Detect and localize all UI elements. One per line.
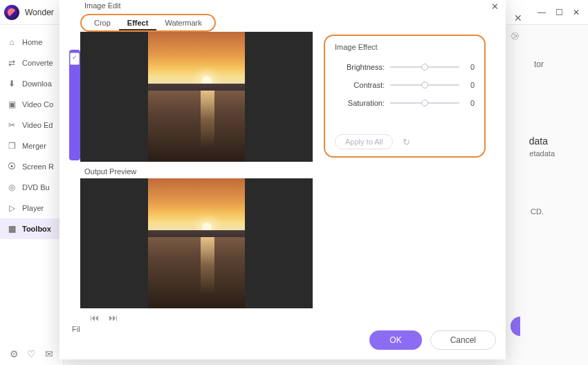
sidebar-item-label: Converte — [22, 59, 53, 67]
sidebar-item-label: Video Co — [22, 100, 53, 109]
window-close-icon[interactable]: ✕ — [573, 8, 580, 17]
bg-text-etadata: etadata — [529, 149, 555, 158]
sidebar-item-label: DVD Bu — [22, 183, 50, 191]
brightness-value: 0 — [465, 63, 475, 71]
preview-image-icon — [148, 32, 245, 162]
reset-icon[interactable]: ↻ — [403, 137, 410, 147]
thumb-strip[interactable] — [69, 50, 80, 160]
saturation-label: Saturation: — [335, 99, 385, 107]
sidebar-item-dvd-burner[interactable]: ◎DVD Bu — [0, 177, 63, 198]
transport-controls: ⏮ ⏭ — [90, 312, 118, 323]
preview-original — [80, 32, 313, 162]
output-preview-label: Output Preview — [84, 167, 136, 176]
image-edit-dialog: Image Edit ✕ Crop Effect Watermark Outpu… — [59, 0, 506, 359]
dialog-footer: OK Cancel — [369, 330, 496, 350]
bg-text-tor: tor — [534, 59, 544, 69]
contrast-label: Contrast: — [335, 81, 385, 89]
home-icon: ⌂ — [7, 37, 17, 47]
cancel-button[interactable]: Cancel — [430, 330, 496, 350]
saturation-slider[interactable] — [390, 102, 459, 104]
sidebar-item-home[interactable]: ⌂Home — [0, 32, 63, 53]
bell-icon[interactable]: ♡ — [27, 348, 36, 359]
file-label: Fil — [72, 325, 80, 333]
sidebar-item-merger[interactable]: ❐Merger — [0, 135, 63, 156]
saturation-row: Saturation: 0 — [335, 94, 475, 112]
convert-icon: ⇄ — [7, 58, 17, 68]
sidebar-item-label: Player — [22, 204, 44, 212]
sidebar: ⌂Home ⇄Converte ⬇Downloa ▣Video Co ✂Vide… — [0, 25, 64, 365]
thumb-check-icon[interactable] — [70, 53, 80, 65]
sidebar-item-video-editor[interactable]: ✂Video Ed — [0, 115, 63, 135]
slider-knob-icon[interactable] — [421, 100, 428, 106]
sidebar-item-converter[interactable]: ⇄Converte — [0, 53, 63, 73]
sidebar-item-label: Home — [22, 38, 42, 46]
video-compress-icon: ▣ — [7, 100, 17, 109]
disc-icon: ◎ — [7, 182, 17, 192]
preview-output — [80, 178, 313, 308]
preview-image-icon — [148, 178, 245, 308]
window-min-icon[interactable]: — — [538, 8, 546, 17]
contrast-row: Contrast: 0 — [335, 76, 475, 94]
apply-to-all-button[interactable]: Apply to All — [335, 134, 393, 149]
app-title: Wonder — [25, 8, 54, 17]
sidebar-item-label: Toolbox — [22, 225, 51, 233]
sidebar-item-toolbox[interactable]: ▦Toolbox — [0, 218, 63, 239]
window-controls: — ☐ ✕ — [538, 8, 584, 17]
download-icon: ⬇ — [7, 79, 17, 88]
slider-knob-icon[interactable] — [421, 64, 428, 71]
brightness-row: Brightness: 0 — [335, 58, 475, 76]
tab-watermark[interactable]: Watermark — [156, 15, 210, 30]
ok-button[interactable]: OK — [369, 330, 421, 350]
bg-text-cd: CD. — [531, 207, 544, 216]
brightness-label: Brightness: — [335, 63, 385, 71]
grid-icon: ▦ — [7, 224, 17, 234]
contrast-value: 0 — [465, 81, 475, 89]
effect-actions: Apply to All ↻ — [335, 134, 410, 149]
slider-knob-icon[interactable] — [421, 82, 428, 88]
sidebar-item-label: Video Ed — [22, 121, 53, 129]
mail-icon[interactable]: ✉ — [45, 348, 53, 359]
tab-group: Crop Effect Watermark — [80, 14, 216, 32]
brightness-slider[interactable] — [390, 66, 459, 68]
sidebar-item-label: Merger — [22, 142, 46, 150]
inner-window-close-icon[interactable]: ✕ — [514, 12, 522, 24]
gear-icon[interactable]: ⚙ — [10, 348, 19, 359]
sidebar-item-label: Screen R — [22, 162, 54, 171]
saturation-value: 0 — [465, 99, 475, 107]
bg-pill — [511, 317, 520, 336]
tab-crop[interactable]: Crop — [86, 15, 119, 30]
sidebar-item-screen-recorder[interactable]: ⦿Screen R — [0, 156, 63, 177]
merge-icon: ❐ — [7, 141, 17, 151]
prev-frame-icon[interactable]: ⏮ — [90, 312, 99, 323]
effect-panel-title: Image Effect — [335, 43, 475, 51]
sidebar-item-downloader[interactable]: ⬇Downloa — [0, 73, 63, 94]
dialog-close-icon[interactable]: ✕ — [491, 1, 499, 12]
app-logo-icon — [4, 5, 19, 20]
window-max-icon[interactable]: ☐ — [555, 8, 563, 17]
sidebar-item-label: Downloa — [22, 79, 52, 88]
next-frame-icon[interactable]: ⏭ — [109, 312, 118, 323]
scissors-icon: ✂ — [7, 120, 17, 130]
record-icon: ⦿ — [7, 162, 17, 171]
image-effect-panel: Image Effect Brightness: 0 Contrast: 0 S… — [324, 35, 486, 158]
contrast-slider[interactable] — [390, 84, 459, 86]
play-icon: ▷ — [7, 203, 17, 213]
sidebar-bottom-bar: ⚙ ♡ ✉ — [0, 348, 63, 359]
dialog-title: Image Edit — [59, 0, 506, 12]
sidebar-item-video-compressor[interactable]: ▣Video Co — [0, 94, 63, 115]
bg-text-data: data — [529, 135, 548, 147]
camera-icon[interactable]: ⧁ — [511, 30, 519, 42]
tab-effect[interactable]: Effect — [119, 15, 157, 30]
sidebar-item-player[interactable]: ▷Player — [0, 198, 63, 218]
